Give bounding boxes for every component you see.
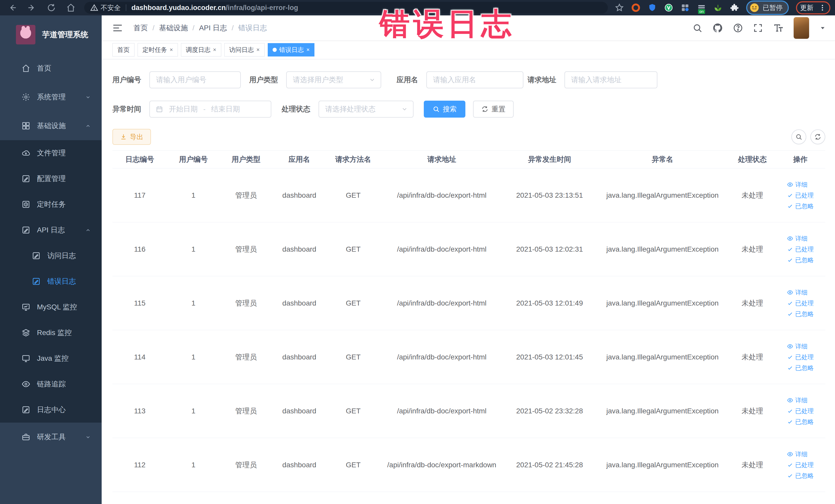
ignored-link[interactable]: 已忽略 <box>787 310 814 318</box>
close-icon[interactable]: × <box>213 46 217 53</box>
profile-chip[interactable]: 已暂停 <box>746 1 789 15</box>
detail-link[interactable]: 详细 <box>787 288 808 297</box>
sidebar-item-6[interactable]: API 日志 <box>0 217 102 243</box>
breadcrumb-item[interactable]: 基础设施 <box>159 23 188 33</box>
sidebar-item-label: MySQL 监控 <box>37 302 77 312</box>
breadcrumb-item[interactable]: 首页 <box>134 23 148 33</box>
home-icon[interactable] <box>66 3 76 12</box>
reload-icon[interactable] <box>47 3 56 12</box>
sidebar-item-11[interactable]: Java 监控 <box>0 346 102 371</box>
processed-link[interactable]: 已处理 <box>787 461 814 469</box>
tab-1[interactable]: 定时任务× <box>138 43 178 57</box>
back-icon[interactable] <box>8 3 17 12</box>
range-end[interactable]: 结束日期 <box>211 104 240 114</box>
detail-link[interactable]: 详细 <box>787 181 808 189</box>
ext-rows-icon[interactable]: on <box>697 3 706 12</box>
sidebar-item-7[interactable]: 访问日志 <box>0 243 102 268</box>
sidebar-item-12[interactable]: 链路追踪 <box>0 371 102 397</box>
extensions-puzzle-icon[interactable] <box>730 3 739 12</box>
sidebar-item-9[interactable]: MySQL 监控 <box>0 294 102 320</box>
tab-2[interactable]: 调度日志× <box>181 43 221 57</box>
sidebar-item-label: Redis 监控 <box>37 328 72 338</box>
kebab-menu-icon[interactable] <box>819 4 826 12</box>
update-button[interactable]: 更新 <box>796 1 830 14</box>
help-icon[interactable] <box>733 23 743 33</box>
bookmark-star-icon[interactable] <box>615 3 624 12</box>
sidebar-item-2[interactable]: 基础设施 <box>0 112 102 140</box>
security-label[interactable]: 不安全 <box>101 3 121 12</box>
check-icon <box>787 311 793 317</box>
breadcrumb-item[interactable]: API 日志 <box>199 23 227 33</box>
refresh-table-button[interactable] <box>810 129 825 144</box>
github-icon[interactable] <box>712 23 723 33</box>
ignored-link[interactable]: 已忽略 <box>787 364 814 372</box>
cell-app: dashboard <box>272 168 326 222</box>
address-bar[interactable]: 不安全 dashboard.yudao.iocoder.cn/infra/log… <box>84 2 608 14</box>
fullscreen-icon[interactable] <box>753 23 763 33</box>
detail-link[interactable]: 详细 <box>787 396 808 404</box>
tab-0[interactable]: 首页 <box>113 43 135 57</box>
process-status-select[interactable]: 请选择处理状态 <box>319 101 413 118</box>
close-icon[interactable]: × <box>257 46 260 53</box>
sidebar-item-1[interactable]: 系统管理 <box>0 83 102 112</box>
close-icon[interactable]: × <box>306 46 310 53</box>
action-label: 已处理 <box>795 299 814 307</box>
avatar[interactable] <box>793 17 809 39</box>
ext-leaf-icon[interactable] <box>713 3 722 12</box>
sidebar-item-13[interactable]: 日志中心 <box>0 397 102 423</box>
request-url-input[interactable] <box>565 72 657 88</box>
edit-icon <box>22 174 30 183</box>
sidebar-item-8[interactable]: 错误日志 <box>0 268 102 294</box>
detail-link[interactable]: 详细 <box>787 342 808 350</box>
toggle-search-button[interactable] <box>791 129 806 144</box>
processed-link[interactable]: 已处理 <box>787 245 814 254</box>
forward-icon[interactable] <box>27 3 37 12</box>
column-header: 异常发生时间 <box>503 151 596 168</box>
ext-ring-icon[interactable] <box>631 3 640 12</box>
ext-circle-v-icon[interactable] <box>664 3 673 12</box>
detail-link[interactable]: 详细 <box>787 450 808 458</box>
sidebar-item-0[interactable]: 首页 <box>0 54 102 83</box>
tab-3[interactable]: 访问日志× <box>224 43 265 57</box>
cell-status: 未处理 <box>729 384 775 438</box>
ignored-link[interactable]: 已忽略 <box>787 418 814 426</box>
search-button[interactable]: 搜索 <box>424 101 465 118</box>
action-label: 已忽略 <box>795 310 814 318</box>
sidebar-item-10[interactable]: Redis 监控 <box>0 320 102 346</box>
reset-button[interactable]: 重置 <box>473 101 514 118</box>
cell-actions: 详细已处理已忽略 <box>775 438 825 492</box>
ignored-link[interactable]: 已忽略 <box>787 202 814 210</box>
ignored-link[interactable]: 已忽略 <box>787 256 814 264</box>
processed-link[interactable]: 已处理 <box>787 191 814 200</box>
detail-link[interactable]: 详细 <box>787 235 808 243</box>
ignored-link[interactable]: 已忽略 <box>787 472 814 480</box>
font-size-icon[interactable] <box>773 23 784 33</box>
sidebar-item-14[interactable]: 研发工具 <box>0 423 102 451</box>
caret-down-icon[interactable] <box>819 24 826 32</box>
sidebar-item-5[interactable]: 定时任务 <box>0 191 102 217</box>
ext-grid-icon[interactable] <box>680 3 690 12</box>
hamburger-icon[interactable] <box>112 22 123 34</box>
ext-shield-icon[interactable] <box>648 3 657 12</box>
app-logo-row[interactable]: 芋道管理系统 <box>0 15 102 54</box>
cell-time: 2021-05-03 12:01:45 <box>503 330 596 384</box>
range-start[interactable]: 开始日期 <box>169 104 198 114</box>
close-icon[interactable]: × <box>170 46 173 53</box>
sidebar-item-3[interactable]: 文件管理 <box>0 140 102 166</box>
tab-4[interactable]: 错误日志× <box>268 43 315 57</box>
chevron-up-icon <box>85 227 91 234</box>
app-name-input[interactable] <box>426 72 523 88</box>
check-icon <box>787 192 793 199</box>
exception-time-range[interactable]: 开始日期 - 结束日期 <box>149 101 271 118</box>
cell-method: GET <box>326 168 380 222</box>
search-icon[interactable] <box>692 23 702 33</box>
action-label: 已忽略 <box>795 202 814 210</box>
cell-user_type: 管理员 <box>220 276 272 330</box>
processed-link[interactable]: 已处理 <box>787 353 814 361</box>
processed-link[interactable]: 已处理 <box>787 407 814 415</box>
user-type-select[interactable]: 请选择用户类型 <box>286 72 381 88</box>
export-button[interactable]: 导出 <box>113 129 151 145</box>
sidebar-item-4[interactable]: 配置管理 <box>0 166 102 191</box>
processed-link[interactable]: 已处理 <box>787 299 814 307</box>
user-id-input[interactable] <box>149 72 241 88</box>
